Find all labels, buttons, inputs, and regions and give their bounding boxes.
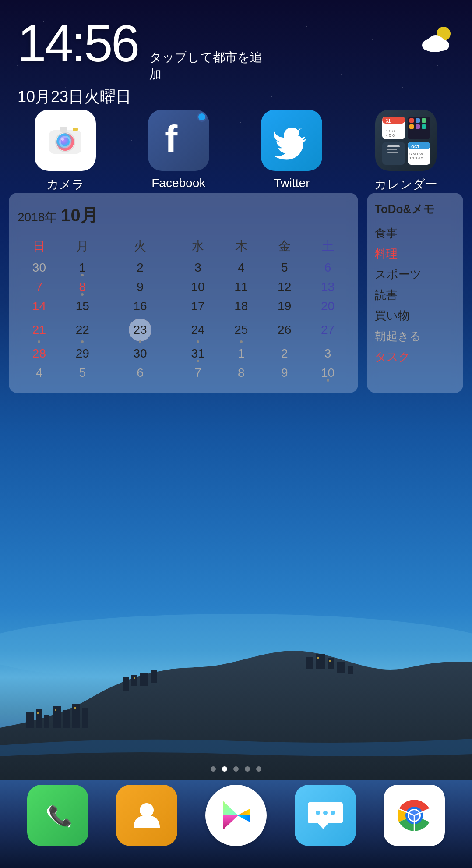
page-dot-0[interactable] [211,766,216,772]
cal-cell[interactable]: 30 [18,258,61,277]
cal-cell[interactable]: 31 [176,344,220,363]
dock-messages[interactable] [295,785,356,846]
calendar-widget[interactable]: 2018年 10月 日 月 火 水 木 金 土 3012345678910111… [9,193,358,393]
cal-cell[interactable]: 4 [18,363,61,383]
cal-cell[interactable]: 10 [306,363,349,383]
svg-marker-61 [223,815,238,830]
cal-header: 2018年 10月 [18,203,349,227]
cal-cell[interactable]: 8 [61,277,104,297]
cal-cell[interactable]: 15 [61,297,104,316]
playstore-icon[interactable] [205,785,267,846]
cal-cell[interactable]: 2 [263,344,306,363]
app-facebook[interactable]: f Facebook [148,110,209,193]
cal-year: 2018年 [18,210,57,224]
app-twitter[interactable]: Twitter [261,110,322,193]
phone-icon[interactable]: 📞 [27,785,88,846]
cal-cell[interactable]: 19 [263,297,306,316]
svg-text:4  5  6: 4 5 6 [386,133,395,138]
cal-cell[interactable]: 26 [263,316,306,344]
camera-app-icon[interactable] [35,110,96,171]
todo-item[interactable]: タスク [375,347,455,367]
cal-cell[interactable]: 2 [104,258,176,277]
app-camera[interactable]: カメラ [35,110,96,193]
page-dot-4[interactable] [256,766,261,772]
chrome-icon[interactable] [384,785,445,846]
todo-item[interactable]: 読書 [375,285,455,305]
cal-cell[interactable]: 24 [176,316,220,344]
cal-cell[interactable]: 8 [219,363,263,383]
cal-cell[interactable]: 9 [263,363,306,383]
dock-playstore[interactable] [205,785,267,846]
todo-item[interactable]: 買い物 [375,305,455,326]
contacts-icon[interactable] [116,785,177,846]
svg-rect-33 [60,127,67,132]
todo-widget[interactable]: ToDo&メモ 食事料理スポーツ読書買い物朝起きるタスク [367,193,463,393]
weather-icon[interactable] [415,24,459,57]
twitter-label: Twitter [274,176,310,190]
cal-cell[interactable]: 25 [219,316,263,344]
cal-cell[interactable]: 3 [306,344,349,363]
svg-rect-49 [387,145,400,147]
cal-cell[interactable]: 18 [219,297,263,316]
twitter-app-icon[interactable] [261,110,322,171]
cal-cell[interactable]: 21 [18,316,61,344]
svg-rect-5 [63,710,70,728]
cal-cell[interactable]: 14 [18,297,61,316]
dock: 📞 [0,776,472,855]
todo-item[interactable]: 食事 [375,223,455,244]
cal-cell[interactable]: 28 [18,344,61,363]
svg-rect-16 [348,666,353,674]
time-display[interactable]: 14:56 [18,18,138,69]
svg-rect-7 [82,708,88,728]
cal-cell[interactable]: 1 [61,258,104,277]
cal-cell[interactable]: 10 [176,277,220,297]
app-calendar-folder[interactable]: 31 1 2 3 4 5 6 OCT S [374,110,437,193]
cal-cell[interactable]: 7 [176,363,220,383]
cal-cell[interactable]: 23 [104,316,176,344]
todo-item[interactable]: 朝起きる [375,326,455,347]
cal-cell[interactable]: 11 [219,277,263,297]
svg-text:31: 31 [386,119,391,124]
cal-cell[interactable]: 30 [104,344,176,363]
cal-cell[interactable]: 20 [306,297,349,316]
svg-rect-17 [37,712,39,714]
cal-cell[interactable]: 22 [61,316,104,344]
svg-rect-22 [329,660,331,662]
cal-cell[interactable]: 12 [263,277,306,297]
todo-item[interactable]: 料理 [375,244,455,264]
page-dot-3[interactable] [245,766,250,772]
cal-header-sun: 日 [18,234,61,258]
cal-cell[interactable]: 1 [219,344,263,363]
svg-marker-62 [238,809,250,815]
cal-cell[interactable]: 29 [61,344,104,363]
dock-phone[interactable]: 📞 [27,785,88,846]
page-dot-1[interactable] [222,766,227,772]
cal-cell[interactable]: 16 [104,297,176,316]
cal-cell[interactable]: 5 [61,363,104,383]
cal-cell[interactable]: 3 [176,258,220,277]
facebook-label: Facebook [151,176,205,190]
cal-cell[interactable]: 9 [104,277,176,297]
svg-point-66 [323,811,328,815]
page-dot-2[interactable] [233,766,239,772]
cal-cell[interactable]: 7 [18,277,61,297]
dock-contacts[interactable] [116,785,177,846]
dock-chrome[interactable] [384,785,445,846]
calendar-folder-icon[interactable]: 31 1 2 3 4 5 6 OCT S [375,110,437,171]
svg-point-58 [140,803,154,817]
cal-cell[interactable]: 4 [219,258,263,277]
cal-cell[interactable]: 17 [176,297,220,316]
cal-cell[interactable]: 6 [104,363,176,383]
cal-cell[interactable]: 13 [306,277,349,297]
cal-cell[interactable]: 6 [306,258,349,277]
svg-rect-45 [409,124,414,129]
todo-item[interactable]: スポーツ [375,264,455,285]
calendar-folder-label: カレンダー [374,176,437,193]
svg-text:f: f [165,120,178,160]
messages-icon[interactable] [295,785,356,846]
cal-cell[interactable]: 27 [306,316,349,344]
weather-tap-label[interactable]: タップして都市を追 加 [149,49,262,83]
facebook-app-icon[interactable]: f [148,110,209,171]
cal-cell[interactable]: 5 [263,258,306,277]
svg-rect-10 [140,673,148,686]
